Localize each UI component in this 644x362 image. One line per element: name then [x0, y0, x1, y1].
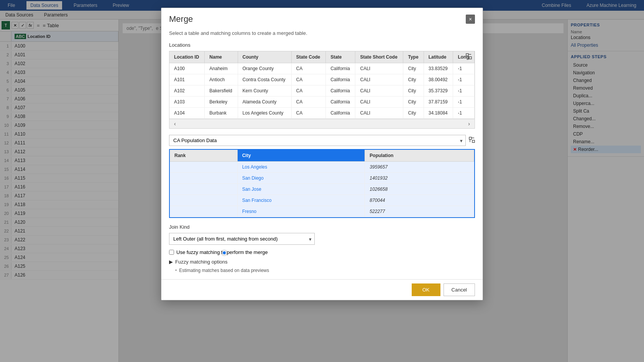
table-row: Fresno 522277	[170, 206, 474, 217]
scroll-left-arrow[interactable]: ‹	[171, 120, 179, 128]
first-table-expand-icon[interactable]	[466, 53, 472, 61]
modal-footer: OK Cancel	[161, 279, 483, 300]
second-table-select[interactable]: CA Population Data	[169, 135, 466, 146]
fuzzy-options-expand[interactable]: ▶ Fuzzy matching options	[169, 259, 475, 265]
estimating-info: • Estimating matches based on data previ…	[169, 268, 475, 273]
cancel-button[interactable]: Cancel	[444, 283, 475, 296]
table-row: San Diego 1401932	[170, 173, 474, 184]
estimating-text: Estimating matches based on data preview…	[179, 268, 269, 273]
modal-subtitle: Select a table and matching columns to c…	[169, 30, 475, 36]
svg-rect-4	[469, 137, 472, 139]
modal-body: Select a table and matching columns to c…	[161, 27, 483, 279]
col-population[interactable]: Population	[365, 150, 474, 162]
table-row: Los Angeles 3959657	[170, 162, 474, 173]
modal-title: Merge	[169, 14, 193, 24]
svg-rect-0	[466, 54, 468, 56]
second-table-dropdown-wrapper[interactable]: CA Population Data ▾	[169, 135, 466, 146]
col-latitude[interactable]: Latitude	[424, 51, 453, 63]
table-row: A100 Anaheim Orange County CA California…	[169, 63, 475, 74]
fuzzy-checkbox[interactable]	[169, 250, 174, 255]
second-table-dropdown-row: CA Population Data ▾	[169, 135, 475, 146]
ok-button[interactable]: OK	[412, 283, 440, 296]
scroll-right-arrow[interactable]: ›	[465, 120, 473, 128]
table-row: A103 Berkeley Alameda County CA Californ…	[169, 97, 475, 108]
join-kind-select[interactable]: Left Outer (all from first, matching fro…	[169, 233, 315, 245]
second-table-expand-icon[interactable]	[469, 137, 475, 144]
fuzzy-options-label: Fuzzy matching options	[175, 259, 228, 265]
col-type[interactable]: Type	[403, 51, 424, 63]
first-table-container: Location ID Name County State Code State…	[169, 51, 475, 129]
table-row: A101 Antioch Contra Costa County CA Cali…	[169, 74, 475, 85]
fuzzy-checkbox-row: Use fuzzy matching to perform the merge	[169, 249, 475, 255]
table-row: A104 Burbank Los Angeles County CA Calif…	[169, 108, 475, 119]
join-kind-section: Join Kind Left Outer (all from first, ma…	[169, 224, 475, 245]
col-county[interactable]: County	[238, 51, 291, 63]
col-name[interactable]: Name	[205, 51, 238, 63]
bullet-dot: •	[175, 268, 177, 273]
first-data-table: Location ID Name County State Code State…	[169, 51, 475, 119]
svg-rect-5	[472, 140, 475, 143]
merge-modal: Merge × Select a table and matching colu…	[161, 8, 483, 300]
second-data-table: Rank City Population Los Angeles 3959657	[170, 150, 474, 217]
col-state-short-code[interactable]: State Short Code	[355, 51, 403, 63]
col-location-id[interactable]: Location ID	[169, 51, 205, 63]
first-table-label: Locations	[169, 42, 475, 48]
table-row: A102 Bakersfield Kern County CA Californ…	[169, 85, 475, 97]
col-rank[interactable]: Rank	[170, 150, 237, 162]
fuzzy-checkbox-label[interactable]: Use fuzzy matching to perform the merge	[176, 249, 268, 255]
second-table-container: Rank City Population Los Angeles 3959657	[169, 149, 475, 218]
join-kind-dropdown-wrapper[interactable]: Left Outer (all from first, matching fro…	[169, 233, 315, 245]
svg-rect-1	[469, 57, 472, 59]
table-row: San Jose 1026658	[170, 184, 474, 195]
table-scroll-bar: ‹ ›	[169, 119, 475, 128]
expand-arrow-icon: ▶	[169, 259, 173, 265]
join-kind-label: Join Kind	[169, 224, 475, 230]
modal-header: Merge ×	[161, 8, 483, 27]
table-row: San Francisco 870044	[170, 195, 474, 206]
modal-overlay: Merge × Select a table and matching colu…	[0, 0, 644, 362]
col-state[interactable]: State	[326, 51, 355, 63]
col-city[interactable]: City	[237, 150, 365, 162]
modal-close-button[interactable]: ×	[466, 15, 475, 24]
col-state-code[interactable]: State Code	[291, 51, 326, 63]
